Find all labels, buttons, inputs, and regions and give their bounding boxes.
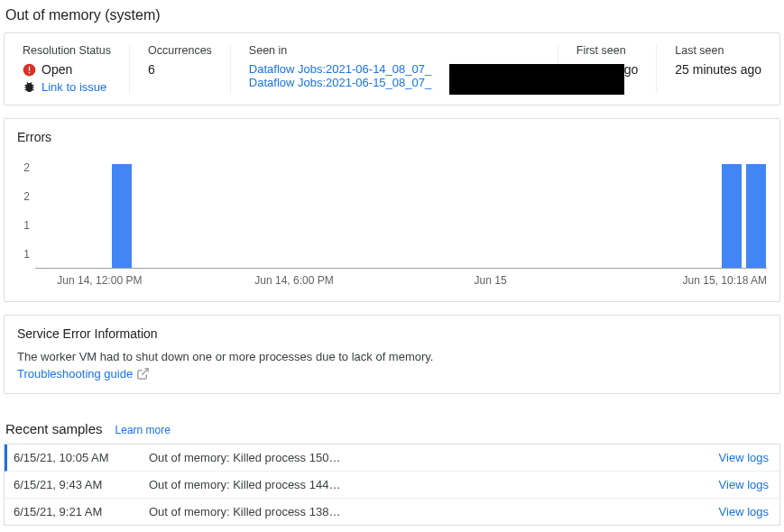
page-title: Out of memory (system) xyxy=(5,7,780,23)
error-icon xyxy=(23,63,36,77)
chart-y-tick: 2 xyxy=(17,190,30,203)
svg-rect-2 xyxy=(29,72,30,73)
sample-row: 6/15/21, 10:05 AMOut of memory: Killed p… xyxy=(5,445,779,472)
service-error-text: The worker VM had to shut down one or mo… xyxy=(17,350,767,363)
status-value: Open xyxy=(42,62,72,77)
sample-row: 6/15/21, 9:43 AMOut of memory: Killed pr… xyxy=(5,472,779,499)
svg-rect-1 xyxy=(29,66,30,70)
view-logs-link[interactable]: View logs xyxy=(719,451,769,464)
errors-chart: 2211 xyxy=(17,153,767,269)
last-seen-value: 25 minutes ago xyxy=(675,62,761,77)
errors-card: Errors 2211 Jun 14, 12:00 PMJun 14, 6:00… xyxy=(4,118,780,302)
link-to-issue[interactable]: Link to issue xyxy=(42,80,106,94)
last-seen-col: Last seen 25 minutes ago xyxy=(657,44,779,94)
view-logs-link[interactable]: View logs xyxy=(719,478,769,491)
sample-message: Out of memory: Killed process 144… xyxy=(149,478,719,491)
first-seen-label: First seen xyxy=(576,44,639,57)
chart-bar xyxy=(112,164,132,268)
chart-x-tick: Jun 15, 10:18 AM xyxy=(683,274,767,287)
seen-in-col: Seen in Dataflow Jobs:2021-06-14_08_07_ … xyxy=(231,44,558,94)
chart-y-axis: 2211 xyxy=(17,153,35,269)
svg-line-3 xyxy=(142,369,148,375)
occurrences-col: Occurrences 6 xyxy=(130,44,231,94)
chart-y-tick: 1 xyxy=(17,219,30,232)
sample-row: 6/15/21, 9:21 AMOut of memory: Killed pr… xyxy=(5,499,779,525)
chart-x-tick: Jun 14, 12:00 PM xyxy=(57,274,142,287)
last-seen-label: Last seen xyxy=(675,44,761,57)
summary-card: Resolution Status Open Link to issue Occ… xyxy=(4,32,780,105)
chart-y-tick: 2 xyxy=(17,161,30,174)
view-logs-link[interactable]: View logs xyxy=(719,505,769,518)
occurrences-value: 6 xyxy=(148,62,212,77)
chart-x-axis: Jun 14, 12:00 PMJun 14, 6:00 PMJun 15Jun… xyxy=(35,274,767,289)
chart-bar xyxy=(722,164,742,268)
sample-message: Out of memory: Killed process 138… xyxy=(149,505,719,518)
chart-y-tick: 1 xyxy=(17,248,30,261)
chart-x-tick: Jun 14, 6:00 PM xyxy=(254,274,333,287)
learn-more-link[interactable]: Learn more xyxy=(115,424,171,436)
recent-samples-header: Recent samples Learn more xyxy=(5,421,780,436)
recent-samples-heading: Recent samples xyxy=(5,421,103,436)
service-error-card: Service Error Information The worker VM … xyxy=(4,315,780,394)
sample-timestamp: 6/15/21, 9:43 AM xyxy=(14,478,149,491)
chart-plot-area xyxy=(35,153,767,269)
resolution-status-label: Resolution Status xyxy=(23,44,111,57)
sample-timestamp: 6/15/21, 10:05 AM xyxy=(14,451,149,464)
resolution-status-col: Resolution Status Open Link to issue xyxy=(5,44,130,94)
service-error-heading: Service Error Information xyxy=(17,326,767,341)
chart-bar xyxy=(746,164,766,268)
troubleshooting-guide-link[interactable]: Troubleshooting guide xyxy=(17,367,150,381)
troubleshooting-guide-label: Troubleshooting guide xyxy=(17,367,133,381)
redacted-block xyxy=(449,64,624,95)
seen-in-label: Seen in xyxy=(249,44,540,57)
external-link-icon xyxy=(136,367,150,381)
bug-icon xyxy=(23,80,36,94)
chart-x-tick: Jun 15 xyxy=(475,274,507,287)
recent-samples-list: 6/15/21, 10:05 AMOut of memory: Killed p… xyxy=(4,444,780,526)
occurrences-label: Occurrences xyxy=(148,44,212,57)
sample-timestamp: 6/15/21, 9:21 AM xyxy=(14,505,149,518)
errors-title: Errors xyxy=(17,130,767,144)
sample-message: Out of memory: Killed process 150… xyxy=(149,451,719,464)
